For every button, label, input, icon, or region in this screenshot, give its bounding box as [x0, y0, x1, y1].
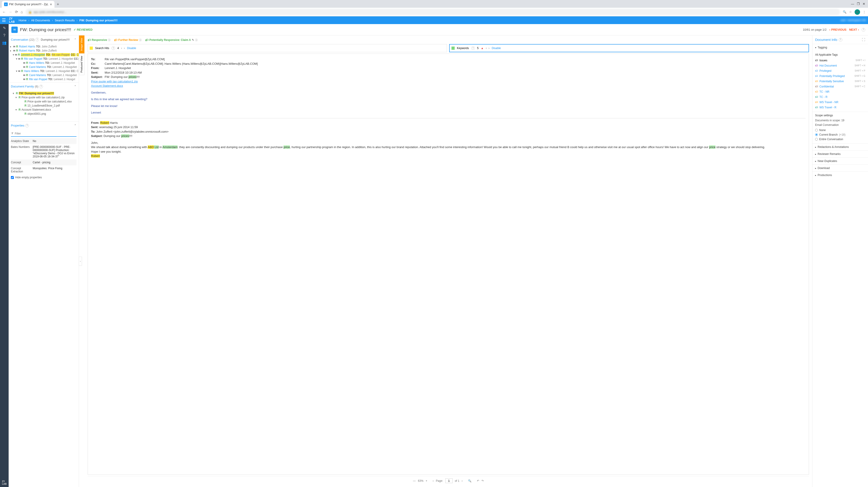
family-item[interactable]: ▾R Account Statement.docx [9, 108, 79, 112]
profile-avatar[interactable]: D [855, 9, 860, 15]
filter-input[interactable] [15, 132, 76, 135]
disable-search-hits[interactable]: Disable [127, 47, 136, 50]
family-item[interactable]: R 13_LoadbreakElbow_2.pdf [9, 104, 79, 108]
status-tag[interactable]: 🏷Further Review✕ [114, 38, 142, 42]
rail-users-icon[interactable]: 👥 [2, 41, 7, 45]
expand-icon[interactable]: ⛶ [862, 38, 865, 41]
zoom-icon[interactable]: 🔍 [843, 10, 846, 13]
family-list: ▾R FW: Dumping our prices!!!!▾R Price qu… [9, 90, 79, 117]
conversation-item[interactable]: ▸✉R Robert Harris TO: John Zufferli [9, 49, 79, 53]
attachment-link[interactable]: Account Statement.docx [91, 84, 123, 87]
tag-row[interactable]: 🏷IssuesSHIFT + I [815, 58, 865, 63]
status-tag[interactable]: 🏷Responsive✕ [88, 38, 111, 42]
family-panel-header[interactable]: Document Family (6) ? ⌃ [9, 82, 79, 90]
header-help-icon[interactable]: ? [862, 28, 865, 32]
rp-section-header[interactable]: ▸Download [812, 165, 868, 171]
home-icon[interactable]: ⌂ [21, 10, 23, 14]
conversation-item[interactable]: ✉R Hans Willers TO: Lennert J. Hoogvliet [9, 61, 79, 65]
rotate-right-icon[interactable]: ↷ [482, 479, 484, 483]
attachment-link[interactable]: Price quote with tax calculation1.zip [91, 80, 138, 83]
tab-close-icon[interactable]: ✕ [50, 3, 52, 6]
minimize-icon[interactable]: — [851, 2, 854, 6]
keyword-color [452, 47, 455, 50]
crumb-home[interactable]: Home [19, 19, 27, 22]
tag-row[interactable]: 🏷PrivilegedSHIFT + P [815, 68, 865, 74]
chevron-up-icon[interactable]: ⌃ [74, 85, 76, 88]
hide-empty-checkbox[interactable]: Hide empty properties [11, 174, 76, 180]
page-input[interactable] [445, 478, 453, 483]
zoom-out-icon[interactable]: — [413, 479, 415, 483]
reload-icon[interactable]: ⟳ [15, 10, 18, 14]
rp-section-header[interactable]: ▸Near-Duplicates [812, 157, 868, 165]
props-help-icon[interactable]: ? [25, 124, 29, 127]
new-tab-button[interactable]: + [55, 1, 61, 8]
conversation-item[interactable]: ✉R Rik van Poppel TO: Lennert J. Hoogvl [9, 77, 79, 81]
image-view-tab[interactable]: Image View [79, 35, 85, 53]
topbar-user-info: user / workspace info [840, 19, 866, 22]
conversation-item[interactable]: ▾✉R Lennert J. Hoogvliet TO: Rik van Pop… [9, 53, 79, 57]
conversation-item[interactable]: ▾✉R Hans Willers TO: Lennert J. Hoogvlie… [9, 69, 79, 73]
tag-row[interactable]: 🏷Hot DocumentSHIFT + H [815, 63, 865, 68]
bookmark-icon[interactable]: ☆ [849, 10, 852, 13]
rp-section-header[interactable]: ▸Redactions & Annotations [812, 144, 868, 150]
conversation-item[interactable]: ✉R Carel Martens TO: Lennert J. Hoogvlie… [9, 73, 79, 77]
next-hit-icon[interactable]: › [124, 47, 125, 50]
search-doc-icon[interactable]: 🔍 [468, 479, 471, 483]
scope-radio[interactable]: Current Branch (+18) [815, 133, 865, 137]
conversation-panel-header[interactable]: Conversation (22) ? Dumping our prices!!… [9, 35, 79, 44]
properties-panel-header[interactable]: Properties ? ⌃ [9, 121, 79, 130]
crumb-search-results[interactable]: Search Results [55, 19, 75, 22]
address-bar[interactable]: app.zylab.com/discovery/... [26, 9, 840, 15]
back-icon[interactable]: ← [2, 10, 6, 14]
family-item[interactable]: ▾R Price quote with tax calculation1.zip [9, 95, 79, 99]
previous-button[interactable]: ‹ PREVIOUS [829, 28, 846, 31]
next-button[interactable]: NEXT › [849, 28, 859, 31]
rotate-left-icon[interactable]: ↶ [477, 479, 479, 483]
family-item[interactable]: R Price quote with tax calculation1.xlsx [9, 99, 79, 104]
prev-page-icon[interactable]: ‹ [433, 479, 434, 483]
prev-hit-icon[interactable]: ‹ [121, 47, 122, 50]
status-tag[interactable]: 🏷Potentially Responsive: Claim A✎✕ [145, 38, 198, 42]
browser-tab[interactable]: Z FW: Dumping our prices!!!! - ZyL ✕ [2, 1, 55, 8]
chevron-up-icon[interactable]: ⌃ [74, 38, 76, 41]
rp-section-header[interactable]: ▸Productions [812, 172, 868, 178]
conversation-item[interactable]: ▾✉R Rik van Poppel TO: Lennert J. Hoogvl… [9, 57, 79, 61]
tag-row[interactable]: 🏷Potentially PrivilegedSHIFT + G [815, 74, 865, 79]
rail-pencil-icon[interactable]: ✎ [3, 26, 6, 30]
maximize-icon[interactable]: ❐ [857, 2, 860, 6]
scope-radio[interactable]: None [815, 128, 865, 133]
tag-row[interactable]: 🏷WS Travel - R [815, 105, 865, 110]
conversation-item[interactable]: ✉R Carel Martens TO: Lennert J. Hoogvlie… [9, 65, 79, 69]
tag-row[interactable]: 🏷Potentially SensitiveSHIFT + S [815, 79, 865, 84]
fam-help-icon[interactable]: ? [39, 85, 43, 88]
conv-help-icon[interactable]: ? [35, 38, 39, 41]
tag-row[interactable]: 🏷TC - NR [815, 89, 865, 94]
next-kw-icon[interactable]: › [489, 47, 489, 50]
tag-row[interactable]: 🏷WS Travel - NR [815, 99, 865, 105]
crumb-all-docs[interactable]: All Documents [31, 19, 50, 22]
forward-icon[interactable]: → [9, 10, 12, 14]
rp-section-header[interactable]: ▸Reviewer Remarks [812, 151, 868, 157]
family-item[interactable]: ▾R FW: Dumping our prices!!!! [9, 91, 79, 95]
scope-radio[interactable]: Entire Conversation [815, 137, 865, 142]
chevron-up-icon[interactable]: ⌃ [74, 124, 76, 127]
expand-right-icon[interactable]: › [812, 106, 812, 112]
rail-help-icon[interactable]: ? [3, 33, 5, 37]
disable-keywords[interactable]: Disable [492, 47, 501, 50]
search-hit-color [90, 47, 93, 50]
close-window-icon[interactable]: ✕ [863, 2, 865, 6]
zoom-in-icon[interactable]: + [426, 479, 427, 483]
app-logo[interactable]: ZYLAB [9, 18, 16, 23]
hamburger-icon[interactable]: ☰ [2, 18, 6, 23]
collapse-left-icon[interactable]: ‹ [79, 257, 82, 266]
next-page-icon[interactable]: › [462, 479, 463, 483]
prev-kw-icon[interactable]: ‹ [486, 47, 487, 50]
tag-row[interactable]: 🏷TC - R [815, 94, 865, 99]
doc-title: FW: Dumping our prices!!!! [20, 27, 71, 32]
tagging-header[interactable]: ▾Tagging [812, 44, 868, 51]
menu-icon[interactable]: ⋮ [863, 10, 866, 13]
conversation-item[interactable]: ▸✉R Robert Harris TO: John Zufferli [9, 45, 79, 49]
produced-view-tab[interactable]: Produced View [79, 53, 85, 75]
tag-row[interactable]: 🏷ConfidentialSHIFT + C [815, 84, 865, 89]
family-item[interactable]: R object0001.png [9, 112, 79, 116]
